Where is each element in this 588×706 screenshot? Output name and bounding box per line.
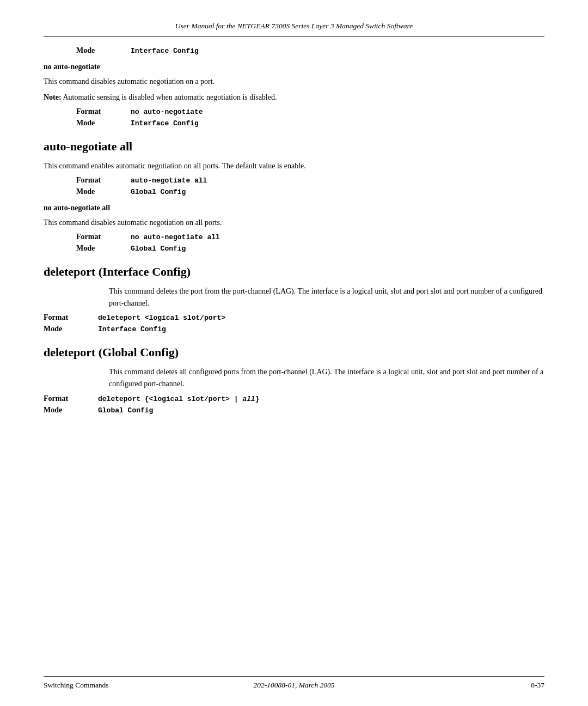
deleteport-interface-body: This command deletes the port from the p… [44, 285, 544, 309]
deleteport-global-mode-row: Mode Global Config [44, 406, 544, 415]
deleteport-interface-section: deleteport (Interface Config) This comma… [44, 265, 544, 333]
no-auto-negotiate-all-section: no auto-negotiate all This command disab… [44, 204, 544, 253]
auto-negotiate-all-mode-value: Global Config [131, 188, 186, 196]
deleteport-interface-format-row: Format deleteport <logical slot/port> [44, 313, 544, 322]
no-auto-negotiate-mode-value: Interface Config [131, 119, 199, 127]
auto-negotiate-all-section: auto-negotiate all This command enables … [44, 139, 544, 196]
auto-negotiate-all-heading: auto-negotiate all [44, 139, 544, 154]
deleteport-global-format-value: deleteport {<logical slot/port> | all} [98, 395, 259, 403]
top-mode-row: Mode Interface Config [44, 46, 544, 55]
deleteport-interface-mode-label: Mode [44, 325, 98, 333]
page-footer: Switching Commands 202-10088-01, March 2… [44, 676, 544, 690]
page-header: User Manual for the NETGEAR 7300S Series… [44, 22, 544, 36]
top-mode-value: Interface Config [131, 47, 199, 55]
no-auto-negotiate-format-value: no auto-negotiate [131, 108, 203, 116]
no-auto-negotiate-note: Note: Automatic sensing is disabled when… [44, 92, 544, 103]
deleteport-interface-mode-value: Interface Config [98, 325, 166, 333]
header-title: User Manual for the NETGEAR 7300S Series… [175, 22, 413, 30]
no-auto-negotiate-body: This command disables automatic negotiat… [44, 76, 544, 87]
deleteport-interface-mode-row: Mode Interface Config [44, 325, 544, 333]
no-auto-negotiate-mode-label: Mode [44, 119, 131, 127]
no-auto-negotiate-all-mode-value: Global Config [131, 245, 186, 253]
auto-negotiate-all-body: This command enables automatic negotiati… [44, 160, 544, 172]
no-auto-negotiate-all-body: This command disables automatic negotiat… [44, 217, 544, 228]
deleteport-interface-heading: deleteport (Interface Config) [44, 265, 544, 279]
auto-negotiate-all-format-label: Format [44, 176, 131, 185]
no-auto-negotiate-all-format-value: no auto-negotiate all [131, 233, 220, 241]
no-auto-negotiate-format-row: Format no auto-negotiate [44, 107, 544, 116]
auto-negotiate-all-mode-label: Mode [44, 187, 131, 196]
deleteport-global-mode-value: Global Config [98, 406, 153, 415]
no-auto-negotiate-all-format-label: Format [44, 233, 131, 241]
deleteport-global-section: deleteport (Global Config) This command … [44, 345, 544, 414]
deleteport-global-format-label: Format [44, 394, 98, 403]
no-auto-negotiate-section: no auto-negotiate This command disables … [44, 63, 544, 127]
no-auto-negotiate-all-mode-label: Mode [44, 244, 131, 253]
no-auto-negotiate-mode-row: Mode Interface Config [44, 119, 544, 127]
top-mode-label: Mode [44, 46, 131, 55]
no-auto-negotiate-all-format-row: Format no auto-negotiate all [44, 233, 544, 241]
deleteport-global-body: This command deletes all configured port… [44, 366, 544, 389]
footer-left: Switching Commands [44, 681, 109, 690]
no-auto-negotiate-format-label: Format [44, 107, 131, 116]
auto-negotiate-all-format-value: auto-negotiate all [131, 176, 207, 185]
footer-center: 202-10088-01, March 2005 [253, 681, 334, 690]
footer-center-text: 202-10088-01, March 2005 [253, 681, 334, 689]
auto-negotiate-all-format-row: Format auto-negotiate all [44, 176, 544, 185]
deleteport-global-mode-label: Mode [44, 406, 98, 415]
deleteport-interface-format-value: deleteport <logical slot/port> [98, 314, 225, 322]
footer-right: 8-37 [531, 681, 544, 690]
deleteport-interface-format-label: Format [44, 313, 98, 322]
deleteport-global-format-row: Format deleteport {<logical slot/port> |… [44, 394, 544, 403]
page: User Manual for the NETGEAR 7300S Series… [0, 0, 588, 706]
no-auto-negotiate-all-mode-row: Mode Global Config [44, 244, 544, 253]
no-auto-negotiate-heading: no auto-negotiate [44, 63, 544, 71]
no-auto-negotiate-all-heading: no auto-negotiate all [44, 204, 544, 212]
deleteport-global-heading: deleteport (Global Config) [44, 345, 544, 360]
auto-negotiate-all-mode-row: Mode Global Config [44, 187, 544, 196]
